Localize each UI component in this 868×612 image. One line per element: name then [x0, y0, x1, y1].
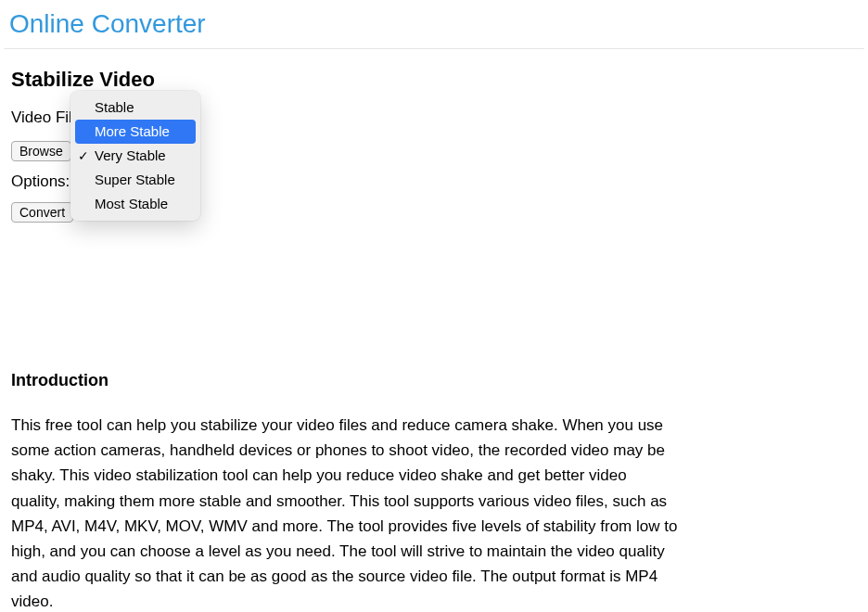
- dropdown-option-label: Super Stable: [95, 172, 175, 187]
- checkmark-icon: ✓: [78, 147, 89, 165]
- dropdown-option-label: Stable: [95, 99, 134, 115]
- dropdown-option-very-stable[interactable]: ✓ Very Stable: [70, 144, 200, 168]
- dropdown-option-label: Very Stable: [95, 147, 166, 163]
- introduction-body: This free tool can help you stabilize yo…: [11, 413, 679, 612]
- dropdown-option-label: Most Stable: [95, 196, 168, 211]
- dropdown-option-more-stable[interactable]: More Stable: [75, 120, 196, 144]
- main-content: Stabilize Video Video File: Browse Optio…: [0, 49, 868, 223]
- dropdown-option-stable[interactable]: Stable: [70, 96, 200, 120]
- options-label: Options:: [11, 172, 70, 191]
- browse-button[interactable]: Browse: [11, 141, 71, 161]
- dropdown-option-super-stable[interactable]: Super Stable: [70, 168, 200, 192]
- page-heading: Stabilize Video: [11, 68, 857, 92]
- dropdown-option-label: More Stable: [95, 123, 170, 139]
- convert-button[interactable]: Convert: [11, 202, 73, 223]
- stability-dropdown[interactable]: Stable More Stable ✓ Very Stable Super S…: [70, 91, 200, 221]
- introduction-section: Introduction This free tool can help you…: [0, 371, 868, 612]
- site-title[interactable]: Online Converter: [0, 0, 868, 48]
- introduction-heading: Introduction: [11, 371, 857, 390]
- dropdown-option-most-stable[interactable]: Most Stable: [70, 192, 200, 216]
